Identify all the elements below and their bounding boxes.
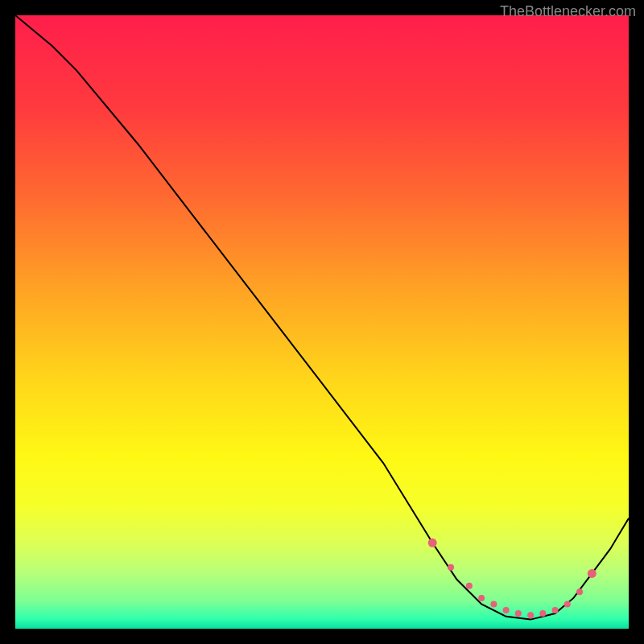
watermark-text: TheBottlenecker.com (500, 3, 636, 20)
marker-dot (576, 588, 583, 595)
chart-svg (15, 15, 629, 629)
marker-dot (527, 612, 534, 618)
chart-container (15, 15, 629, 629)
marker-dot (448, 564, 454, 571)
marker-dot (466, 583, 473, 589)
marker-dot (428, 539, 437, 547)
marker-dot (503, 607, 510, 613)
marker-dot (478, 595, 485, 601)
marker-dot (564, 601, 571, 608)
marker-dot (515, 610, 522, 617)
marker-dot (490, 601, 497, 608)
marker-dot (539, 610, 546, 617)
marker-dot (552, 607, 559, 613)
marker-dot (588, 569, 597, 578)
